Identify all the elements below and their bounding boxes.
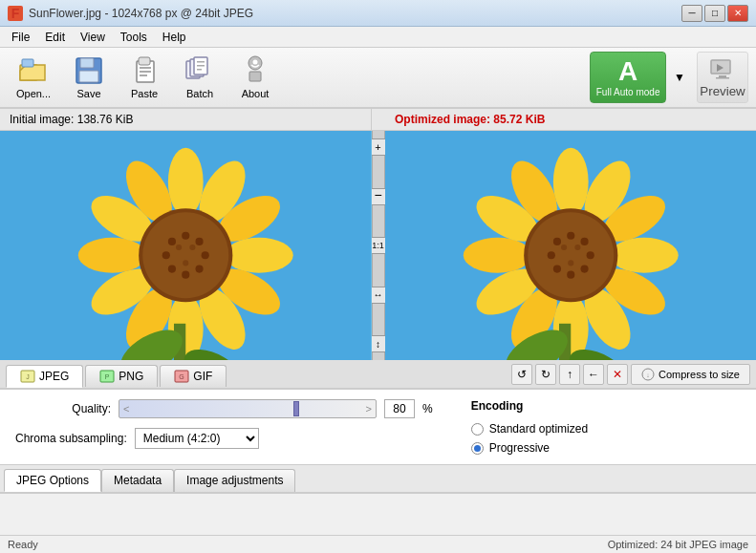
tab-gif[interactable]: G GIF <box>160 365 227 387</box>
dropdown-arrow: ▼ <box>674 71 685 84</box>
tab-jpeg[interactable]: J JPEG <box>6 365 83 388</box>
save-button[interactable]: Save <box>63 52 115 103</box>
delete-button[interactable]: ✕ <box>607 364 628 385</box>
svg-point-26 <box>225 238 293 273</box>
tab-png[interactable]: P PNG <box>85 365 158 387</box>
format-tab-tools: ↺ ↻ ↑ ← ✕ ↓ Compress to size <box>511 364 750 388</box>
svg-point-67 <box>580 238 588 245</box>
slider-left-arrow: < <box>123 403 129 415</box>
full-auto-dropdown[interactable]: ▼ <box>670 67 689 88</box>
compress-to-size-button[interactable]: ↓ Compress to size <box>631 364 750 385</box>
standard-optimized-radio[interactable] <box>471 423 484 436</box>
chroma-select[interactable]: None (4:4:4)Low (4:1:1)Medium (4:2:0) <box>135 428 259 449</box>
svg-point-55 <box>610 238 679 273</box>
svg-point-40 <box>195 265 203 272</box>
minimize-button[interactable]: ─ <box>681 5 702 22</box>
bottom-tabs: JPEG Options Metadata Image adjustments <box>0 465 756 494</box>
svg-point-43 <box>162 251 170 259</box>
paste-button[interactable]: Paste <box>119 52 170 103</box>
maximize-button[interactable]: □ <box>704 5 725 22</box>
svg-point-72 <box>547 251 554 259</box>
svg-point-39 <box>202 251 209 259</box>
tab-jpeg-options[interactable]: JPEG Options <box>4 469 101 492</box>
flip-vertical-button[interactable]: ↑ <box>559 364 580 385</box>
toolbar: Open... Save Paste <box>0 48 756 109</box>
svg-rect-7 <box>140 67 151 69</box>
save-icon <box>74 55 104 86</box>
quality-value-input[interactable]: 80 <box>384 399 415 418</box>
window-title: SunFlower.jpg - 1024x768 px @ 24bit JPEG <box>29 7 253 20</box>
quality-row: Quality: < > 80 % <box>15 399 433 418</box>
menu-tools[interactable]: Tools <box>113 29 155 46</box>
menu-view[interactable]: View <box>73 29 113 46</box>
standard-optimized-option[interactable]: Standard optimized <box>471 422 588 436</box>
svg-text:J: J <box>26 373 30 380</box>
paste-icon <box>129 55 160 86</box>
about-icon <box>240 55 270 86</box>
optimized-image-pane <box>385 131 757 360</box>
undo-button[interactable]: ↺ <box>511 364 532 385</box>
svg-rect-15 <box>197 69 202 71</box>
window-controls[interactable]: ─ □ ✕ <box>681 5 748 22</box>
svg-point-47 <box>183 260 188 266</box>
menu-edit[interactable]: Edit <box>37 29 73 46</box>
original-image-pane <box>0 131 372 360</box>
batch-icon <box>184 55 215 86</box>
svg-point-23 <box>168 148 204 217</box>
jpeg-quality-options: Quality: < > 80 % Chroma subsampling: No… <box>15 399 433 455</box>
open-label: Open... <box>16 88 51 99</box>
svg-rect-9 <box>140 74 147 76</box>
progressive-option[interactable]: Progressive <box>471 441 588 455</box>
flip-horizontal-button[interactable]: ← <box>583 364 604 385</box>
zoom-controls: + − 1:1 ↔ ↕ <box>372 131 385 360</box>
full-auto-letter: A <box>618 58 637 85</box>
tab-image-adjustments[interactable]: Image adjustments <box>174 469 295 492</box>
svg-point-45 <box>189 245 195 250</box>
status-bar: Ready Optimized: 24 bit JPEG image <box>0 535 756 553</box>
svg-rect-1 <box>22 59 33 67</box>
menu-file[interactable]: File <box>4 29 37 46</box>
encoding-options: Encoding Standard optimized Progressive <box>471 399 588 455</box>
status-left: Ready <box>8 539 38 550</box>
full-auto-label: Full Auto mode <box>596 87 660 97</box>
open-button[interactable]: Open... <box>8 52 59 103</box>
svg-point-38 <box>195 238 203 245</box>
optimized-image-label: Optimized image: 85.72 KiB <box>385 109 756 130</box>
svg-point-65 <box>528 212 614 298</box>
save-label: Save <box>76 88 100 99</box>
svg-text:↓: ↓ <box>646 372 650 378</box>
svg-point-36 <box>142 212 228 298</box>
svg-rect-6 <box>139 57 150 65</box>
preview-button[interactable]: Preview <box>697 52 748 103</box>
svg-point-69 <box>580 265 588 272</box>
full-auto-button[interactable]: A Full Auto mode <box>590 52 666 103</box>
redo-button[interactable]: ↻ <box>535 364 556 385</box>
app-icon: F <box>8 6 23 21</box>
encoding-label: Encoding <box>471 399 588 413</box>
batch-button[interactable]: Batch <box>174 52 226 103</box>
svg-rect-21 <box>716 77 729 79</box>
slider-thumb[interactable] <box>293 401 299 416</box>
tab-metadata[interactable]: Metadata <box>101 469 174 492</box>
paste-label: Paste <box>131 88 158 99</box>
svg-point-66 <box>567 232 574 240</box>
svg-point-68 <box>586 251 594 259</box>
compress-label: Compress to size <box>659 369 740 380</box>
initial-image-label: Initial image: 138.76 KiB <box>0 109 372 130</box>
preview-icon <box>709 56 736 82</box>
chroma-row: Chroma subsampling: None (4:4:4)Low (4:1… <box>15 428 433 449</box>
about-button[interactable]: About <box>229 52 281 103</box>
svg-rect-13 <box>197 61 205 63</box>
svg-point-52 <box>552 148 588 217</box>
status-right: Optimized: 24 bit JPEG image <box>608 539 748 550</box>
svg-point-61 <box>463 238 531 273</box>
svg-point-73 <box>552 238 560 245</box>
progressive-radio[interactable] <box>471 442 484 455</box>
menu-bar: File Edit View Tools Help <box>0 27 756 48</box>
svg-point-17 <box>253 60 258 65</box>
quality-slider[interactable]: < > <box>119 399 377 418</box>
options-panel: Quality: < > 80 % Chroma subsampling: No… <box>0 390 756 465</box>
tab-png-label: PNG <box>119 370 143 383</box>
menu-help[interactable]: Help <box>155 29 194 46</box>
close-button[interactable]: ✕ <box>727 5 748 22</box>
